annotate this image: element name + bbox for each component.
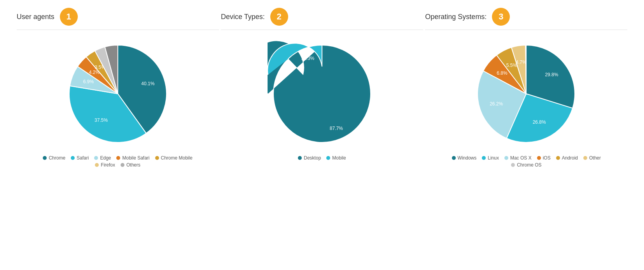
legend-item-user-agents-6: Others xyxy=(121,162,140,168)
section-badge-device-types: 2 xyxy=(270,8,288,26)
section-device-types: Device Types:287.7%12.3%DesktopMobile xyxy=(221,8,423,161)
legend-item-operating-systems-4: Android xyxy=(556,155,578,161)
legend-label-user-agents-6: Others xyxy=(126,162,140,168)
section-title-user-agents: User agents xyxy=(17,13,54,21)
chart-area-device-types: 87.7%12.3% xyxy=(221,39,423,148)
legend-device-types: DesktopMobile xyxy=(298,155,346,161)
legend-label-operating-systems-3: iOS xyxy=(543,155,551,161)
slice-label-operating-systems-5: 4.7% xyxy=(516,60,527,65)
legend-item-operating-systems-6: Chrome OS xyxy=(511,162,541,168)
section-badge-operating-systems: 3 xyxy=(492,8,510,26)
legend-label-operating-systems-6: Chrome OS xyxy=(517,162,541,168)
legend-label-operating-systems-4: Android xyxy=(562,155,578,161)
legend-dot-user-agents-4 xyxy=(155,156,159,160)
legend-dot-operating-systems-1 xyxy=(482,156,486,160)
legend-item-operating-systems-1: Linux xyxy=(482,155,499,161)
legend-item-user-agents-5: Firefox xyxy=(95,162,115,168)
legend-item-user-agents-1: Safari xyxy=(71,155,89,161)
legend-label-device-types-0: Desktop xyxy=(304,155,321,161)
legend-dot-user-agents-0 xyxy=(43,156,47,160)
legend-item-device-types-0: Desktop xyxy=(298,155,321,161)
legend-label-operating-systems-5: Other xyxy=(589,155,601,161)
legend-label-device-types-1: Mobile xyxy=(332,155,346,161)
legend-dot-operating-systems-6 xyxy=(511,163,515,167)
section-title-device-types: Device Types: xyxy=(221,13,265,21)
section-header-user-agents: User agents1 xyxy=(17,8,219,30)
section-badge-user-agents: 1 xyxy=(60,8,78,26)
section-operating-systems: Operating Systems:329.8%26.8%26.2%6.8%5.… xyxy=(425,8,627,168)
legend-item-operating-systems-3: iOS xyxy=(537,155,551,161)
slice-label-operating-systems-1: 26.8% xyxy=(533,119,546,125)
legend-dot-user-agents-5 xyxy=(95,163,99,167)
legend-dot-user-agents-2 xyxy=(94,156,98,160)
legend-dot-operating-systems-5 xyxy=(583,156,587,160)
slice-label-user-agents-0: 40.1% xyxy=(141,81,154,86)
legend-dot-operating-systems-2 xyxy=(504,156,508,160)
legend-label-user-agents-4: Chrome Mobile xyxy=(161,155,192,161)
slice-label-operating-systems-0: 29.8% xyxy=(545,72,558,77)
legend-label-operating-systems-1: Linux xyxy=(488,155,499,161)
legend-label-operating-systems-2: Mac OS X xyxy=(510,155,532,161)
legend-dot-user-agents-6 xyxy=(121,163,124,167)
slice-label-operating-systems-2: 26.2% xyxy=(490,101,503,107)
chart-svg-user-agents: 40.1%37.5%6.9%4.2%3.5% xyxy=(63,39,172,148)
legend-dot-operating-systems-4 xyxy=(556,156,560,160)
legend-item-user-agents-3: Mobile Safari xyxy=(116,155,149,161)
legend-label-user-agents-3: Mobile Safari xyxy=(122,155,149,161)
legend-user-agents: ChromeSafariEdgeMobile SafariChrome Mobi… xyxy=(36,155,200,168)
section-header-operating-systems: Operating Systems:3 xyxy=(425,8,627,30)
legend-label-user-agents-5: Firefox xyxy=(101,162,115,168)
legend-item-operating-systems-5: Other xyxy=(583,155,601,161)
legend-item-operating-systems-0: Windows xyxy=(452,155,477,161)
legend-label-operating-systems-0: Windows xyxy=(458,155,477,161)
legend-dot-user-agents-1 xyxy=(71,156,75,160)
slice-label-user-agents-2: 6.9% xyxy=(83,79,94,84)
legend-label-user-agents-1: Safari xyxy=(77,155,89,161)
legend-item-user-agents-4: Chrome Mobile xyxy=(155,155,192,161)
legend-dot-device-types-0 xyxy=(298,156,302,160)
slice-label-operating-systems-4: 5.5% xyxy=(506,63,517,68)
legend-label-user-agents-2: Edge xyxy=(100,155,111,161)
legend-label-user-agents-0: Chrome xyxy=(49,155,65,161)
section-title-operating-systems: Operating Systems: xyxy=(425,13,486,21)
slice-label-operating-systems-3: 6.8% xyxy=(497,70,508,76)
legend-dot-user-agents-3 xyxy=(116,156,120,160)
legend-dot-operating-systems-3 xyxy=(537,156,541,160)
legend-item-user-agents-2: Edge xyxy=(94,155,111,161)
chart-svg-device-types: 87.7%12.3% xyxy=(268,39,376,148)
legend-dot-device-types-1 xyxy=(326,156,330,160)
legend-item-device-types-1: Mobile xyxy=(326,155,346,161)
slice-label-device-types-1: 12.3% xyxy=(301,56,314,61)
chart-svg-operating-systems: 29.8%26.8%26.2%6.8%5.5%4.7% xyxy=(472,39,581,148)
chart-area-user-agents: 40.1%37.5%6.9%4.2%3.5% xyxy=(17,39,219,148)
legend-dot-operating-systems-0 xyxy=(452,156,456,160)
slice-label-user-agents-1: 37.5% xyxy=(94,117,108,123)
legend-item-user-agents-0: Chrome xyxy=(43,155,65,161)
main-content: User agents140.1%37.5%6.9%4.2%3.5%Chrome… xyxy=(16,8,628,168)
legend-item-operating-systems-2: Mac OS X xyxy=(504,155,532,161)
legend-operating-systems: WindowsLinuxMac OS XiOSAndroidOtherChrom… xyxy=(444,155,608,168)
section-header-device-types: Device Types:2 xyxy=(221,8,423,30)
slice-label-device-types-0: 87.7% xyxy=(330,126,343,131)
section-user-agents: User agents140.1%37.5%6.9%4.2%3.5%Chrome… xyxy=(17,8,219,168)
chart-area-operating-systems: 29.8%26.8%26.2%6.8%5.5%4.7% xyxy=(425,39,627,148)
